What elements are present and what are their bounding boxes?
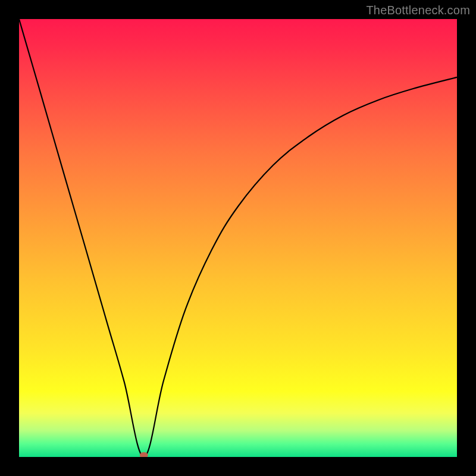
chart-svg (19, 19, 457, 457)
bottleneck-curve (19, 19, 457, 457)
chart-plot-area (19, 19, 457, 457)
watermark-label: TheBottleneck.com (366, 4, 470, 17)
